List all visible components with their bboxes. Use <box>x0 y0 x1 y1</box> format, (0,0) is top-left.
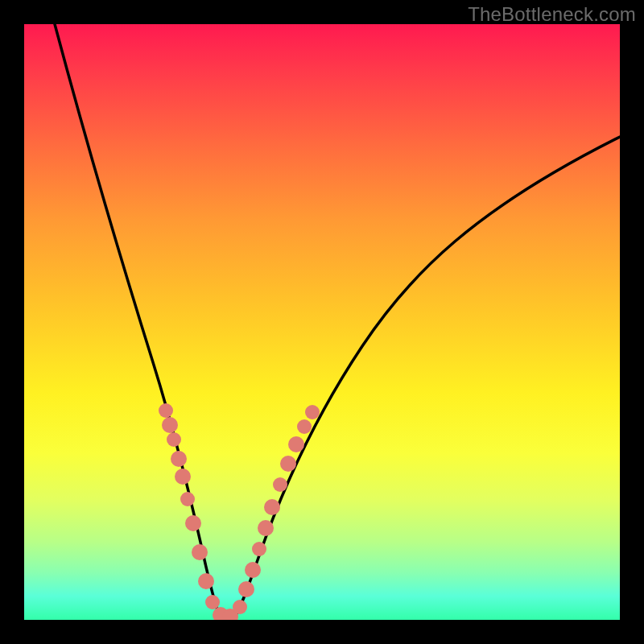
chart-frame: TheBottleneck.com <box>0 0 644 644</box>
watermark-text: TheBottleneck.com <box>468 3 636 26</box>
plot-background-gradient <box>24 24 620 620</box>
